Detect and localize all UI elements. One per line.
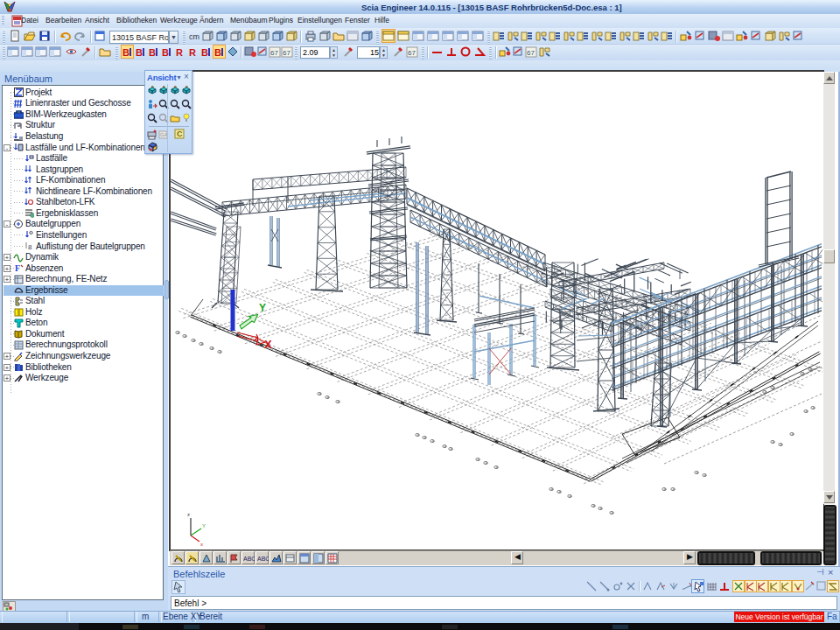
svg-text:cm: cm	[189, 32, 200, 41]
svg-text:x: x	[200, 542, 203, 547]
svg-text:67: 67	[527, 49, 535, 57]
svg-text:z: z	[187, 512, 190, 517]
svg-text:8: 8	[28, 243, 32, 251]
svg-text:67: 67	[270, 49, 278, 57]
svg-text:X: X	[264, 338, 272, 351]
svg-text:B: B	[214, 47, 221, 58]
svg-text:B: B	[201, 47, 208, 58]
svg-text:B: B	[122, 47, 130, 58]
svg-text:Y: Y	[202, 523, 206, 528]
svg-text:R: R	[176, 47, 183, 58]
svg-text:B: B	[149, 47, 156, 58]
svg-text:67: 67	[283, 49, 290, 57]
svg-text:67: 67	[408, 49, 416, 57]
svg-text:R: R	[189, 47, 196, 58]
svg-text:ABC: ABC	[257, 556, 269, 562]
svg-text:B: B	[162, 47, 169, 58]
svg-text:C: C	[177, 130, 183, 138]
svg-text:B: B	[136, 47, 143, 58]
svg-text:Y: Y	[259, 302, 266, 314]
svg-text:ABC: ABC	[243, 556, 255, 562]
svg-text:F: F	[15, 263, 20, 273]
